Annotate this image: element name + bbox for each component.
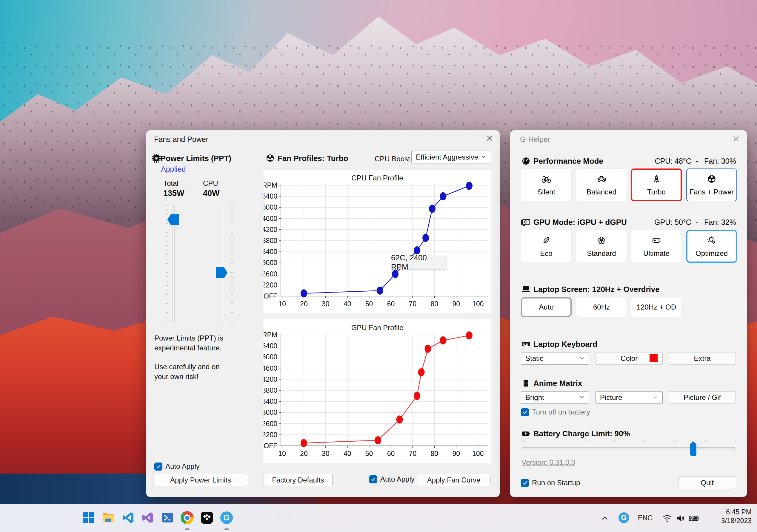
slider-tick [166, 308, 168, 308]
clock-time: 6:45 PM [721, 508, 752, 517]
auto-apply-power-checkbox[interactable]: Auto Apply [154, 462, 200, 471]
factory-defaults-button[interactable]: Factory Defaults [263, 474, 333, 486]
slider-tick [166, 272, 168, 273]
picture-gif-button[interactable]: Picture / Gif [669, 391, 736, 404]
performance-mode-turbo[interactable]: Turbo [631, 168, 682, 201]
battery-charge-slider-handle[interactable] [690, 441, 696, 456]
taskbar-icon-file-explorer[interactable] [102, 511, 115, 524]
checkbox-checked-icon [369, 475, 377, 483]
svg-text:3400: 3400 [263, 248, 277, 256]
slider-tick [231, 259, 233, 260]
anime-brightness-select[interactable]: Bright [521, 391, 589, 404]
tray-language-label[interactable]: ENG [636, 514, 654, 522]
gpu-fan-chart[interactable]: GPU Fan ProfileOFF2200260030003400380042… [263, 320, 491, 463]
quit-button[interactable]: Quit [678, 476, 736, 489]
fan-icon [265, 153, 275, 163]
gpu-mode-heading: GPU Mode: iGPU + dGPU [533, 218, 627, 227]
battery-charging-icon[interactable] [688, 513, 700, 523]
desktop: Fans and Power Power Limits (PPT) Applie… [0, 0, 757, 532]
cpu-boost-label: CPU Boost [375, 155, 410, 163]
anime-mode-select[interactable]: Picture [595, 391, 663, 404]
gpu-mode-eco[interactable]: Eco [521, 230, 572, 263]
taskbar-icon-vscode[interactable] [121, 511, 135, 524]
taskbar-icon-tidal[interactable] [200, 511, 214, 524]
battery-charge-slider[interactable] [522, 447, 736, 450]
g-helper-window: G-Helper Performance Mode CPU: 48°C - Fa… [510, 130, 747, 497]
screen-mode-120hz-od[interactable]: 120Hz + OD [631, 297, 682, 317]
slider-tick [166, 254, 168, 255]
svg-text:100: 100 [472, 300, 484, 308]
anime-matrix-heading: Anime Matrix [533, 379, 582, 388]
slider-tick [231, 245, 233, 246]
svg-text:70: 70 [409, 450, 417, 458]
keyboard-extra-button[interactable]: Extra [669, 352, 736, 365]
bulb-gear-icon [706, 235, 717, 247]
svg-text:40: 40 [344, 450, 351, 458]
gpu-card-icon [521, 217, 531, 227]
gpu-mode-ultimate[interactable]: Ultimate [631, 230, 682, 263]
volume-icon[interactable] [675, 513, 685, 523]
apply-power-limits-button[interactable]: Apply Power Limits [153, 474, 248, 486]
slider-tick [231, 268, 233, 268]
slider-tick [231, 276, 233, 277]
svg-text:2600: 2600 [263, 420, 277, 428]
gpu-mode-standard[interactable]: Standard [576, 230, 627, 263]
performance-mode-fans-power[interactable]: Fans + Power [686, 168, 737, 201]
close-icon[interactable] [484, 133, 496, 143]
taskbar-icon-visual-studio[interactable] [141, 511, 155, 524]
slider-tick [231, 303, 233, 304]
chevron-down-icon [481, 153, 487, 161]
slider-tick [166, 276, 168, 277]
slider-tick [231, 237, 233, 237]
keyboard-mode-select[interactable]: Static [521, 352, 589, 365]
apply-fan-curve-button[interactable]: Apply Fan Curve [417, 474, 491, 486]
performance-mode-silent[interactable]: Silent [521, 168, 572, 201]
checkbox-checked-icon [154, 462, 163, 471]
keyboard-color-button[interactable]: Color [595, 352, 663, 365]
cpu-value: 40W [203, 189, 220, 198]
svg-text:90: 90 [452, 450, 460, 458]
screen-mode-auto[interactable]: Auto [521, 297, 572, 317]
tray-chevron-up-icon[interactable] [599, 513, 610, 524]
slider-tick [166, 299, 168, 299]
slider-tick [231, 210, 233, 210]
mode-button-label: Fans + Power [689, 188, 734, 196]
taskbar-clock[interactable]: 6:45 PM 3/18/2023 [721, 508, 752, 525]
svg-text:100: 100 [472, 450, 484, 458]
slider-tick [231, 206, 233, 206]
taskbar-icon-g-helper[interactable]: G [220, 511, 233, 524]
auto-apply-fan-checkbox[interactable]: Auto Apply [369, 475, 415, 483]
svg-text:80: 80 [431, 300, 439, 308]
wifi-icon[interactable] [662, 513, 672, 523]
run-on-startup-checkbox[interactable]: Run on Startup [521, 479, 580, 487]
cpu-fan-chart[interactable]: CPU Fan ProfileOFF2200260030003400380042… [263, 170, 491, 313]
laptop-keyboard-heading: Laptop Keyboard [533, 340, 597, 349]
chevron-down-icon [579, 393, 585, 402]
slider-tick [231, 299, 233, 299]
clock-date: 3/18/2023 [721, 517, 752, 525]
slider-tick [231, 263, 233, 264]
performance-mode-balanced[interactable]: Balanced [576, 168, 627, 201]
total-label: Total [163, 179, 178, 187]
running-indicator [225, 528, 229, 530]
svg-text:RPM: RPM [263, 331, 277, 339]
total-power-slider-handle[interactable] [167, 214, 179, 225]
svg-text:40: 40 [344, 300, 351, 308]
close-icon[interactable] [730, 133, 742, 144]
chevron-down-icon [653, 393, 658, 402]
slider-tick [231, 312, 233, 313]
tray-g-helper-icon[interactable]: G [619, 512, 629, 523]
cpu-power-slider[interactable] [221, 205, 223, 321]
screen-mode-60hz[interactable]: 60Hz [576, 297, 627, 317]
turn-off-on-battery-checkbox[interactable]: Turn off on battery [521, 408, 590, 416]
taskbar-icon-powershell[interactable] [161, 511, 174, 524]
svg-text:60: 60 [387, 450, 395, 458]
gpu-mode-optimized[interactable]: Optimized [686, 230, 737, 263]
version-link[interactable]: Version: 0.31.0.0 [522, 458, 575, 467]
fan-icon [706, 174, 717, 185]
cpu-power-slider-handle[interactable] [216, 267, 227, 278]
taskbar-icon-chrome[interactable] [180, 511, 194, 524]
taskbar-icon-start[interactable] [82, 511, 96, 524]
battery-charge-limit-heading: Battery Charge Limit: 90% [533, 429, 630, 438]
cpu-boost-select[interactable]: Efficient Aggressive [411, 151, 491, 163]
